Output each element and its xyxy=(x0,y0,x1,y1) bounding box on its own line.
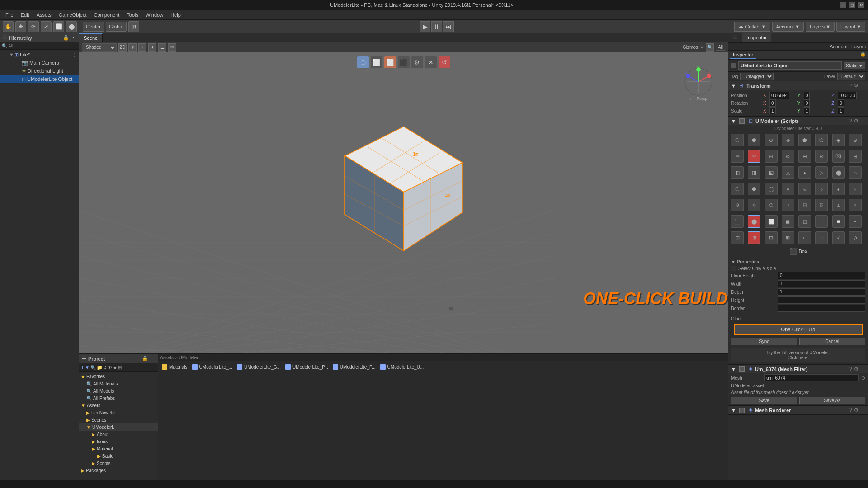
step-button[interactable]: ⏭ xyxy=(443,21,454,32)
transform-info-icon[interactable]: ? xyxy=(849,83,852,89)
tool-btn-23[interactable]: ⬤ xyxy=(832,166,845,179)
tool-btn-54[interactable]: ⊃ xyxy=(815,231,828,244)
menu-component[interactable]: Component xyxy=(90,11,123,19)
project-down-btn[interactable]: ▼ xyxy=(85,365,90,370)
scene-view-mode[interactable]: ☰ xyxy=(158,43,166,52)
height-value[interactable] xyxy=(778,296,865,304)
transform-menu-icon[interactable]: ⋮ xyxy=(860,83,865,89)
project-star-btn[interactable]: ★ xyxy=(113,365,117,370)
tool-btn-30[interactable]: ⬦ xyxy=(815,183,828,195)
tag-select[interactable]: Untagged xyxy=(740,73,774,80)
menu-edit[interactable]: Edit xyxy=(17,11,33,19)
packages-section[interactable]: ▶ Packages xyxy=(79,467,158,474)
hierarchy-collapse-icon[interactable]: ☰ xyxy=(3,35,7,41)
tool-btn-29[interactable]: ⍟ xyxy=(798,183,811,195)
rect-tool[interactable]: ⬜ xyxy=(53,21,64,32)
inspector-sub-tab[interactable]: Inspector xyxy=(730,51,756,59)
layers-tab[interactable]: Layers xyxy=(851,44,866,49)
tool-btn-11[interactable]: ⊚ xyxy=(765,150,778,163)
project-refresh-btn[interactable]: ↺ xyxy=(103,365,107,370)
hidden-objects-btn[interactable]: 👁 xyxy=(168,43,176,52)
tool-btn-20[interactable]: △ xyxy=(782,166,794,179)
hierarchy-lock-icon[interactable]: 🔒 xyxy=(63,35,69,41)
mesh-filter-settings[interactable]: ⚙ xyxy=(854,366,859,372)
menu-tools[interactable]: Tools xyxy=(123,11,142,19)
scene-view-top-btn[interactable]: ⬛ xyxy=(397,56,410,69)
scene-view-right-btn[interactable]: ⬜ xyxy=(384,56,396,69)
account-tab[interactable]: Account xyxy=(830,44,848,49)
tool-btn-53[interactable]: ⊂ xyxy=(798,231,811,244)
tool-btn-14[interactable]: ⊘ xyxy=(815,150,828,163)
static-label[interactable]: Static ▼ xyxy=(844,62,865,69)
project-folder-btn[interactable]: 📁 xyxy=(97,365,102,370)
project-collapse-icon[interactable]: ☰ xyxy=(82,356,86,361)
floor-height-value[interactable]: 0 xyxy=(778,272,865,279)
layer-select[interactable]: Default xyxy=(837,73,865,80)
umodeler-basic[interactable]: ▶ Basic xyxy=(79,452,158,460)
search-scene-btn[interactable]: 🔍 xyxy=(706,43,714,52)
tool-btn-2[interactable]: ⬢ xyxy=(748,134,760,146)
assets-rin[interactable]: ▶ Rin New 3d xyxy=(79,409,158,416)
scale-y-value[interactable]: 1 xyxy=(804,107,810,114)
layout-button[interactable]: Layout ▼ xyxy=(836,22,865,32)
scale-tool[interactable]: ⤢ xyxy=(41,21,52,32)
tool-btn-12[interactable]: ⊗ xyxy=(782,150,794,163)
assets-umodeler[interactable]: ▼ UModelerL xyxy=(79,423,158,431)
sync-button[interactable]: Sync xyxy=(731,338,797,345)
menu-window[interactable]: Window xyxy=(142,11,167,19)
rot-x-value[interactable]: 0 xyxy=(769,99,776,107)
tool-btn-33[interactable]: ⚙ xyxy=(731,199,744,211)
tool-btn-34[interactable]: ⛭ xyxy=(748,199,760,211)
tool-btn-10[interactable]: ✂ xyxy=(748,150,760,163)
mesh-renderer-menu[interactable]: ⋮ xyxy=(860,407,865,413)
minimize-btn[interactable]: ─ xyxy=(840,2,846,8)
collab-button[interactable]: ☁ Collab ▼ xyxy=(734,22,770,32)
mesh-renderer-enabled[interactable] xyxy=(739,408,745,413)
tab-scene[interactable]: Scene xyxy=(79,33,103,42)
lock-icon[interactable]: 🔒 xyxy=(860,51,866,59)
umodeler-scripts[interactable]: ▶ Scripts xyxy=(79,460,158,467)
tool-btn-47[interactable]: ◽ xyxy=(832,215,845,228)
tool-btn-26[interactable]: ⬢ xyxy=(748,183,760,195)
file-umodeler-4[interactable]: UModelerLite_P... xyxy=(331,363,377,371)
hierarchy-umodeler-object[interactable]: ◻ UModelerLite Object xyxy=(0,75,79,83)
file-umodeler-5[interactable]: UModelerLite_U... xyxy=(378,363,426,371)
tool-btn-48[interactable]: ▪ xyxy=(849,215,862,228)
file-umodeler-2[interactable]: UModelerLite_G... xyxy=(235,363,283,371)
tool-btn-32[interactable]: ⬨ xyxy=(849,183,862,195)
transform-settings-icon[interactable]: ⚙ xyxy=(854,83,859,89)
rot-y-value[interactable]: 0 xyxy=(804,99,810,107)
tool-btn-37[interactable]: ⌻ xyxy=(798,199,811,211)
object-name-input[interactable] xyxy=(738,61,842,70)
mesh-filter-enabled[interactable] xyxy=(739,366,745,372)
favorites-materials[interactable]: 🔍 All Materials xyxy=(79,380,158,387)
width-value[interactable]: 1 xyxy=(778,280,865,287)
center-toggle[interactable]: Center xyxy=(83,22,104,32)
tool-btn-35[interactable]: ⌬ xyxy=(765,199,778,211)
tool-btn-15[interactable]: ⌧ xyxy=(832,150,845,163)
scene-view-refresh-btn[interactable]: ↺ xyxy=(438,56,451,69)
umodeler-about[interactable]: ▶ About xyxy=(79,431,158,438)
scene-view-settings-btn[interactable]: ⚙ xyxy=(411,56,424,69)
pos-y-value[interactable]: 0 xyxy=(804,92,810,99)
project-eye-btn[interactable]: 👁 xyxy=(108,365,112,370)
file-materials[interactable]: Materials xyxy=(160,363,189,371)
tool-btn-49[interactable]: ⊡ xyxy=(731,231,744,244)
move-tool[interactable]: ✥ xyxy=(15,21,26,32)
border-value[interactable] xyxy=(778,305,865,312)
tool-btn-9[interactable]: ✏ xyxy=(731,150,744,163)
tool-btn-6[interactable]: ⬠ xyxy=(815,134,828,146)
umodeler-enabled-checkbox[interactable] xyxy=(739,118,745,124)
tool-btn-56[interactable]: ⊅ xyxy=(849,231,862,244)
save-as-button[interactable]: Save As xyxy=(799,397,866,404)
scene-menu-icon[interactable]: ⋮ xyxy=(72,52,77,57)
hierarchy-menu-icon[interactable]: ⋮ xyxy=(71,35,76,41)
hierarchy-directional-light[interactable]: ☀ Directional Light xyxy=(0,67,79,75)
mesh-renderer-header[interactable]: ▼ ◈ Mesh Renderer ? ⚙ ⋮ xyxy=(728,406,868,414)
tool-btn-41[interactable]: ⬛ xyxy=(731,215,744,228)
hierarchy-main-camera[interactable]: 📷 Main Camera xyxy=(0,59,79,67)
hand-tool[interactable]: ✋ xyxy=(3,21,14,32)
mesh-filter-header[interactable]: ▼ ◈ Um_6074 (Mesh Filter) ? ⚙ ⋮ xyxy=(728,365,868,373)
scene-gizmo[interactable]: X Y Z ⟵ Persp xyxy=(683,66,714,98)
tool-btn-1[interactable]: ⬡ xyxy=(731,134,744,146)
